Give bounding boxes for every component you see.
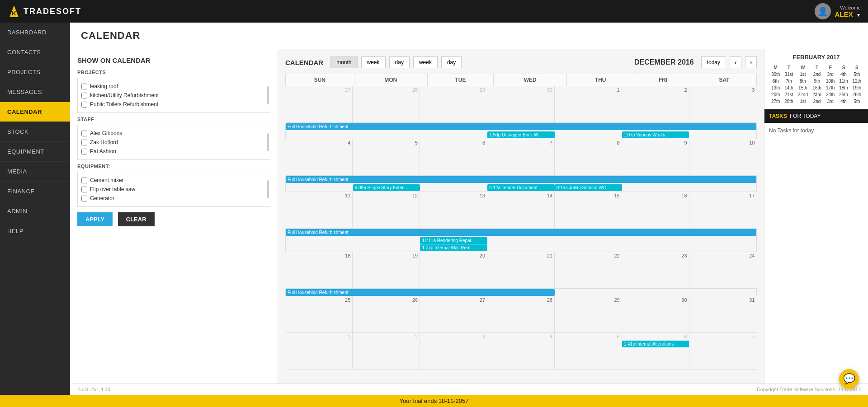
mini-day[interactable]: 1st — [796, 71, 811, 78]
mini-day[interactable]: 18th — [837, 84, 850, 91]
main-layout: DASHBOARD CONTACTS PROJECTS MESSAGES CAL… — [0, 23, 868, 395]
mini-day[interactable]: 6th — [769, 78, 782, 84]
project-checkbox-2[interactable] — [81, 93, 87, 98]
today-button[interactable]: today — [701, 56, 726, 68]
mini-day[interactable]: 14th — [782, 84, 795, 91]
page-title-bar: CALENDAR — [70, 23, 868, 49]
equip-checkbox-1[interactable] — [81, 178, 87, 183]
sidebar-item-projects[interactable]: PROJECTS — [0, 62, 70, 82]
clear-button[interactable]: CLEAR — [118, 212, 155, 226]
calendar-event[interactable]: 9:09a Single Story Exten... — [353, 184, 420, 191]
view-month-button[interactable]: month — [330, 56, 357, 68]
mini-day[interactable]: 31st — [782, 71, 795, 78]
mini-day[interactable]: 2nd — [810, 71, 824, 78]
calendar-event[interactable]: Full Household Refurbishment — [286, 229, 756, 236]
mini-day[interactable]: 12th — [850, 78, 863, 84]
day-num: 17 — [689, 192, 757, 199]
sidebar-item-stock[interactable]: STOCK — [0, 122, 70, 142]
calendar-event[interactable]: Full Household Refurbishment — [286, 123, 756, 130]
mini-day[interactable]: 30th — [769, 71, 782, 78]
mini-day[interactable]: 13th — [769, 84, 782, 91]
mini-day[interactable]: 4th — [837, 71, 850, 78]
week3-full-row: 11 12 13 14 — [286, 192, 757, 229]
mini-day[interactable]: 7th — [782, 78, 795, 84]
calendar-event[interactable]: 11:11a Rendering Repai... — [420, 237, 487, 244]
sidebar-item-contacts[interactable]: CONTACTS — [0, 42, 70, 62]
calendar-event[interactable]: 8:12a Tender Document... — [487, 184, 555, 191]
sidebar-item-calendar[interactable]: CALENDAR — [0, 102, 70, 122]
mini-day[interactable]: 1st — [796, 98, 811, 105]
day-num: 13 — [420, 192, 487, 199]
mini-day[interactable]: 27th — [769, 98, 782, 105]
view-day-button-2[interactable]: day — [441, 56, 462, 68]
mini-day[interactable]: 16th — [810, 84, 824, 91]
mini-day[interactable]: 11th — [837, 78, 850, 84]
day-num: 22 — [555, 252, 622, 259]
calendar-event[interactable]: 1:41p Internal Alterations — [622, 341, 689, 347]
list-item: 6th 7th 8th 9th 10th 11th 12th — [769, 78, 863, 84]
mini-day[interactable]: 5th — [850, 98, 863, 105]
mini-day[interactable]: 19th — [850, 84, 863, 91]
project-checkbox-3[interactable] — [81, 102, 87, 108]
mini-day[interactable]: 5th — [850, 71, 863, 78]
mini-day[interactable]: 3rd — [824, 71, 837, 78]
mini-day[interactable]: 25th — [837, 91, 850, 98]
equip-scrollbar — [267, 180, 269, 198]
staff-checkbox-3[interactable] — [81, 149, 87, 154]
apply-button[interactable]: APPLY — [77, 212, 113, 226]
mini-day[interactable]: 4th — [837, 98, 850, 105]
sidebar-item-admin[interactable]: ADMIN — [0, 201, 70, 221]
prev-month-button[interactable]: ‹ — [730, 56, 741, 68]
mini-day[interactable]: 8th — [796, 78, 811, 84]
calendar-event[interactable]: 1:07p Internal Wall Rem... — [420, 244, 487, 251]
sidebar-item-media[interactable]: MEDIA — [0, 162, 70, 182]
calendar-event[interactable]: 1:50p Damaged Brick W... — [487, 131, 555, 138]
mini-day[interactable]: 28th — [782, 98, 795, 105]
mini-day[interactable]: 26th — [850, 91, 863, 98]
build-version: Build: #v1.4.20 — [77, 387, 110, 392]
project-checkbox-1[interactable] — [81, 84, 87, 89]
equip-checkbox-3[interactable] — [81, 196, 87, 201]
calendar-event[interactable]: Full Household Refurbishment — [286, 176, 756, 183]
mini-day[interactable]: 20th — [769, 91, 782, 98]
inner-layout: SHOW ON CALENDAR PROJECTS leaking roof k… — [70, 49, 868, 384]
equip-checkbox-2[interactable] — [81, 187, 87, 192]
view-week-button-1[interactable]: week — [361, 56, 386, 68]
mini-day[interactable]: 23rd — [810, 91, 824, 98]
day-num: 11 — [286, 192, 353, 199]
table-row: Full Household Refurbishment 11:11a Rend… — [286, 229, 757, 252]
chat-bubble[interactable]: 💬 — [839, 369, 859, 389]
mini-day[interactable]: 22nd — [796, 91, 811, 98]
sidebar-item-equipment[interactable]: EQUIPMENT — [0, 142, 70, 162]
equip-item-2: Flip over table saw — [81, 185, 266, 194]
staff-label-3: Pat Ashton — [90, 148, 116, 154]
mini-day[interactable]: 3rd — [824, 98, 837, 105]
table-row: 11 12 13 14 — [286, 192, 757, 229]
view-day-button-1[interactable]: day — [389, 56, 410, 68]
staff-scroll: Alex Gibbons Zak Holford Pat Ashton — [81, 129, 266, 156]
show-on-calendar-title: SHOW ON CALENDAR — [77, 56, 270, 64]
mini-col-s1: S — [837, 64, 850, 71]
view-week-button-2[interactable]: week — [413, 56, 438, 68]
trial-message: Your trial ends 18-11-2057 — [400, 398, 469, 404]
staff-checkbox-2[interactable] — [81, 140, 87, 145]
sidebar-item-messages[interactable]: MESSAGES — [0, 82, 70, 102]
staff-checkbox-1[interactable] — [81, 131, 87, 136]
mini-day[interactable]: 10th — [824, 78, 837, 84]
mini-day[interactable]: 21st — [782, 91, 795, 98]
calendar-event[interactable]: 1:07p Various Works — [622, 131, 689, 138]
week6-full-row: 1 2 3 4 — [286, 333, 757, 370]
mini-col-m: M — [769, 64, 782, 71]
calendar-event[interactable]: Full Household Refurbishment — [286, 289, 555, 296]
mini-day[interactable]: 15th — [796, 84, 811, 91]
calendar-event[interactable]: 8:15a Julian Salmon WC — [555, 184, 622, 191]
sidebar-item-help[interactable]: HELP — [0, 221, 70, 241]
mini-day[interactable]: 17th — [824, 84, 837, 91]
next-month-button[interactable]: › — [745, 56, 757, 68]
mini-day[interactable]: 24th — [824, 91, 837, 98]
user-menu[interactable]: 👤 Welcome ALEX ▼ — [815, 3, 861, 19]
mini-day[interactable]: 2nd — [810, 98, 824, 105]
mini-day[interactable]: 9th — [810, 78, 824, 84]
sidebar-item-finance[interactable]: FINANCE — [0, 182, 70, 201]
sidebar-item-dashboard[interactable]: DASHBOARD — [0, 23, 70, 42]
